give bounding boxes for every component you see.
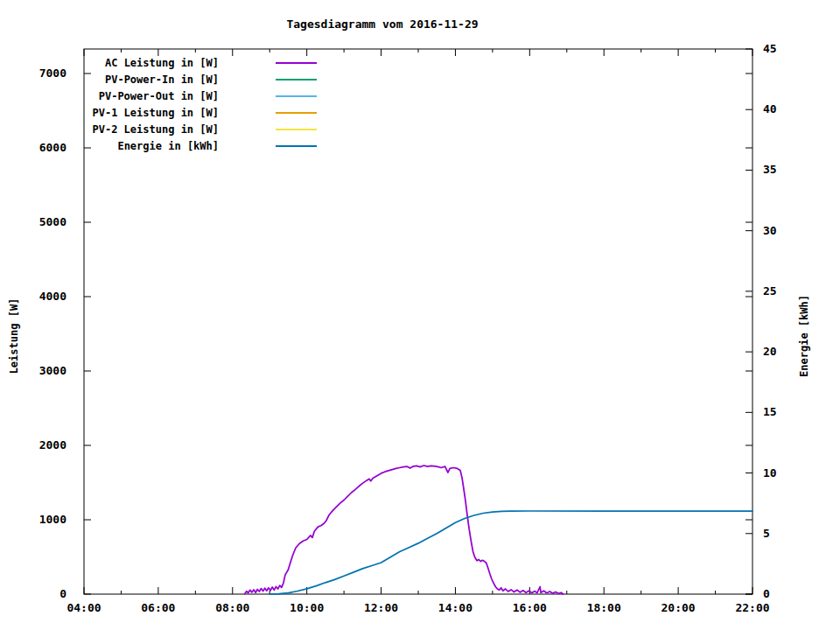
left-tick-label: 1000 bbox=[14, 514, 66, 526]
legend-label: PV-Power-Out in [W] bbox=[44, 90, 219, 102]
left-tick-label: 4000 bbox=[14, 290, 66, 303]
legend-label: Energie in [kWh] bbox=[44, 140, 219, 152]
right-tick-label: 45 bbox=[763, 43, 777, 55]
right-tick-label: 25 bbox=[763, 285, 777, 298]
x-tick-label: 22:00 bbox=[726, 602, 779, 614]
right-tick-label: 20 bbox=[763, 346, 777, 358]
x-tick-label: 12:00 bbox=[355, 602, 408, 614]
left-tick-label: 2000 bbox=[14, 439, 66, 452]
x-tick-label: 04:00 bbox=[58, 602, 110, 614]
x-tick-label: 08:00 bbox=[206, 602, 259, 614]
right-tick-label: 0 bbox=[763, 588, 770, 600]
left-tick-label: 3000 bbox=[14, 365, 66, 377]
left-tick-label: 5000 bbox=[14, 216, 66, 228]
chart-canvas: Tagesdiagramm vom 2016-11-29 Leistung [W… bbox=[0, 0, 840, 630]
right-tick-label: 40 bbox=[763, 103, 777, 116]
series-line-energie-in-kwh- bbox=[270, 511, 752, 594]
left-tick-label: 0 bbox=[14, 588, 66, 600]
x-tick-label: 06:00 bbox=[132, 602, 185, 614]
right-tick-label: 5 bbox=[763, 528, 770, 540]
legend-label: PV-2 Leistung in [W] bbox=[44, 123, 219, 136]
x-tick-label: 18:00 bbox=[578, 602, 630, 614]
legend-label: PV-Power-In in [W] bbox=[44, 74, 219, 86]
right-axis-title: Energie [kWh] bbox=[798, 295, 810, 377]
chart-title: Tagesdiagramm vom 2016-11-29 bbox=[286, 18, 478, 31]
legend-label: PV-1 Leistung in [W] bbox=[44, 107, 219, 119]
series-line-ac-leistung-in-w- bbox=[245, 466, 564, 594]
x-tick-label: 20:00 bbox=[652, 602, 704, 614]
legend-label: AC Leistung in [W] bbox=[44, 57, 219, 69]
right-tick-label: 35 bbox=[763, 164, 777, 176]
x-tick-label: 16:00 bbox=[503, 602, 556, 614]
right-tick-label: 15 bbox=[763, 406, 777, 418]
right-tick-label: 10 bbox=[763, 467, 777, 480]
x-tick-label: 10:00 bbox=[281, 602, 333, 614]
left-axis-title: Leistung [W] bbox=[8, 298, 20, 374]
x-tick-label: 14:00 bbox=[429, 602, 481, 614]
right-tick-label: 30 bbox=[763, 225, 777, 237]
